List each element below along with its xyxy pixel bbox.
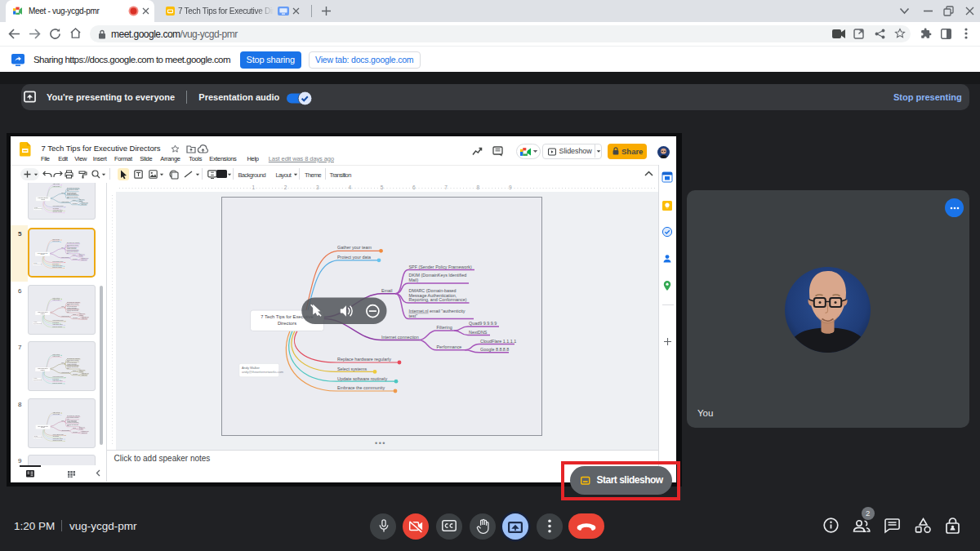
svg-text:Update software routinely: Update software routinely bbox=[337, 375, 387, 380]
svg-text:Internet.nl email "authenticit: Internet.nl email "authenticity bbox=[409, 308, 466, 313]
svg-text:7: 7 bbox=[444, 184, 448, 190]
svg-text:Protect your data: Protect your data bbox=[337, 254, 371, 259]
svg-text:Performance: Performance bbox=[437, 344, 462, 349]
svg-text:Select systems: Select systems bbox=[337, 366, 368, 371]
svg-text:NextDNS: NextDNS bbox=[469, 329, 488, 334]
svg-text:test": test" bbox=[409, 313, 418, 318]
svg-text:Mail): Mail) bbox=[409, 278, 419, 282]
svg-text:Google 8.8.8.8: Google 8.8.8.8 bbox=[480, 347, 509, 352]
svg-text:CloudFlare 1.1.1.1: CloudFlare 1.1.1.1 bbox=[480, 338, 516, 343]
svg-text:Email: Email bbox=[381, 287, 392, 292]
svg-text:Quad9 9.9.9.9: Quad9 9.9.9.9 bbox=[469, 321, 497, 326]
svg-text:Embrace the community: Embrace the community bbox=[337, 385, 385, 390]
svg-text:2: 2 bbox=[284, 184, 287, 190]
svg-text:6: 6 bbox=[412, 184, 416, 190]
svg-text:5: 5 bbox=[381, 184, 384, 190]
svg-text:8: 8 bbox=[477, 184, 480, 190]
svg-text:Andy Walker: Andy Walker bbox=[242, 366, 261, 370]
svg-text:SPF (Sender Policy Framework): SPF (Sender Policy Framework) bbox=[409, 264, 472, 269]
svg-text:1: 1 bbox=[252, 184, 255, 190]
svg-text:Internet connection: Internet connection bbox=[381, 334, 419, 339]
svg-text:4: 4 bbox=[348, 184, 351, 190]
svg-text:Filtering: Filtering bbox=[437, 325, 452, 330]
svg-text:Directors: Directors bbox=[278, 321, 296, 326]
svg-text:Replace hardware regularly: Replace hardware regularly bbox=[337, 357, 391, 362]
svg-text:andy@thewitternetworks.com: andy@thewitternetworks.com bbox=[242, 370, 283, 374]
svg-text:Gather your team: Gather your team bbox=[337, 245, 372, 250]
svg-text:9: 9 bbox=[509, 184, 512, 190]
svg-text:3: 3 bbox=[316, 184, 319, 190]
svg-text:Reporting, and Conformance): Reporting, and Conformance) bbox=[409, 297, 467, 302]
